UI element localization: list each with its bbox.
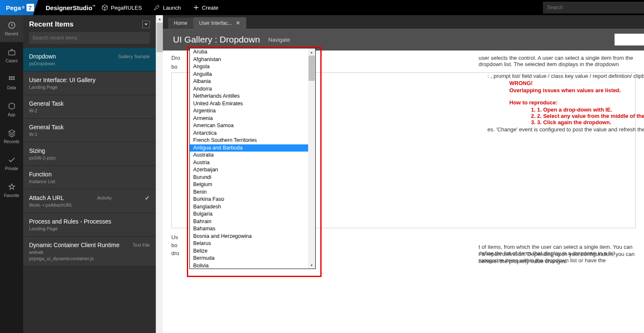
recent-item[interactable]: SizingpxSW-2-prpc bbox=[23, 142, 156, 166]
scroll-down-icon[interactable]: ▾ bbox=[308, 261, 315, 269]
dropdown-option[interactable]: Argentina bbox=[190, 107, 308, 115]
recent-item[interactable]: User Interface: UI GalleryLanding Page bbox=[23, 72, 156, 95]
dropdown-option[interactable]: Bosnia and Herzegowina bbox=[190, 233, 308, 240]
dropdown-option[interactable]: Albania bbox=[190, 78, 308, 85]
svg-rect-7 bbox=[13, 78, 14, 80]
dropdown-option[interactable]: Andorra bbox=[190, 85, 308, 93]
recent-item[interactable]: Attach A URLActivity✓Work- • pxAttachURL bbox=[23, 189, 156, 213]
dropdown-option[interactable]: Belarus bbox=[190, 240, 308, 248]
pegarules-menu[interactable]: PegaRULES bbox=[96, 4, 148, 11]
grid-icon bbox=[8, 75, 16, 83]
dropdown-option[interactable]: Australia bbox=[190, 152, 308, 159]
recent-item[interactable]: DropdownGallery SamplepxDropdown bbox=[23, 48, 156, 72]
dropdown-option[interactable]: Austria bbox=[190, 159, 308, 167]
topbar: Pega® 7 DesignerStudio™ PegaRULES Launch… bbox=[0, 0, 644, 15]
recent-item[interactable]: Dynamic Container Client RuntimeText Fil… bbox=[23, 237, 156, 266]
left-rail: Recent Cases Data App Records Private Fa… bbox=[0, 15, 23, 333]
dropdown-option[interactable]: Netherlands Antilles bbox=[190, 93, 308, 100]
check-icon bbox=[8, 156, 16, 164]
dropdown-option[interactable]: Burkina Faso bbox=[190, 196, 308, 203]
left-rail-favorite[interactable]: Favorite bbox=[0, 177, 23, 204]
dropdown-option[interactable]: Antarctica bbox=[190, 130, 308, 137]
launch-menu[interactable]: Launch bbox=[148, 4, 187, 11]
briefcase-icon bbox=[8, 48, 16, 56]
dropdown-option[interactable]: Antigua and Barbuda bbox=[190, 144, 308, 152]
blank-strip bbox=[615, 34, 644, 45]
country-dropdown-list[interactable]: ArubaAfghanistanAngolaAnguillaAlbaniaAnd… bbox=[189, 48, 316, 269]
dropdown-option[interactable]: Bermuda bbox=[190, 255, 308, 262]
box-icon bbox=[8, 102, 16, 110]
svg-rect-4 bbox=[13, 76, 14, 77]
recent-title: Recent Items bbox=[29, 20, 74, 29]
pega-logo[interactable]: Pega® 7 bbox=[0, 0, 38, 15]
dropdown-option[interactable]: Anguilla bbox=[190, 71, 308, 78]
desc-fragment: Dro bbox=[171, 55, 180, 61]
scroll-thumb[interactable] bbox=[309, 56, 315, 81]
recent-item[interactable]: General TaskW-2 bbox=[23, 95, 156, 119]
dropdown-option[interactable]: Belgium bbox=[190, 181, 308, 189]
dropdown-option[interactable]: Bahrain bbox=[190, 218, 308, 226]
scroll-up-icon[interactable]: ▴ bbox=[308, 48, 315, 56]
dropdown-option[interactable]: Bangladesh bbox=[190, 203, 308, 211]
tab-bar: Home User Interfac... ✕ bbox=[163, 15, 644, 29]
panel-scrollbar[interactable]: ▴ bbox=[156, 15, 163, 333]
chevron-down-icon bbox=[144, 22, 148, 27]
rocket-icon bbox=[154, 4, 160, 11]
page-title: UI Gallery : Dropdown bbox=[173, 35, 260, 45]
svg-rect-2 bbox=[9, 76, 10, 77]
source-line: : , prompt list/ field value / class key… bbox=[487, 73, 644, 79]
dropdown-option[interactable]: Benin bbox=[190, 189, 308, 196]
dropdown-option[interactable]: Angola bbox=[190, 63, 308, 71]
scroll-up-icon[interactable]: ▴ bbox=[156, 15, 163, 22]
create-menu[interactable]: Create bbox=[187, 4, 224, 11]
left-rail-data[interactable]: Data bbox=[0, 69, 23, 96]
cube-icon bbox=[101, 4, 108, 11]
svg-rect-6 bbox=[11, 78, 12, 80]
tab-home[interactable]: Home bbox=[168, 18, 193, 29]
svg-rect-5 bbox=[9, 78, 10, 80]
scroll-thumb[interactable] bbox=[157, 23, 163, 52]
tab-user-interface[interactable]: User Interfac... ✕ bbox=[193, 17, 246, 29]
global-search[interactable] bbox=[543, 2, 644, 13]
recent-item[interactable]: General TaskW-1 bbox=[23, 119, 156, 142]
dropdown-option[interactable]: Burundi bbox=[190, 174, 308, 181]
change-line: es. 'Change' event is configured to post… bbox=[487, 126, 644, 133]
svg-rect-1 bbox=[8, 51, 15, 55]
dropdown-option[interactable]: Afghanistan bbox=[190, 56, 308, 64]
left-rail-app[interactable]: App bbox=[0, 96, 23, 123]
plus-icon bbox=[193, 4, 200, 11]
recent-item[interactable]: FunctionInstance List bbox=[23, 166, 156, 189]
search-input[interactable] bbox=[543, 2, 644, 13]
navigate-button[interactable]: Navigate bbox=[269, 37, 290, 43]
dropdown-option[interactable]: Azerbaijan bbox=[190, 166, 308, 174]
left-rail-cases[interactable]: Cases bbox=[0, 42, 23, 69]
desc-fragment: bo bbox=[171, 64, 177, 70]
dropdown-option[interactable]: French Southern Territories bbox=[190, 137, 308, 144]
recent-item[interactable]: Process and Rules - ProcessesLanding Pag… bbox=[23, 213, 156, 237]
usage-right3: henever the property value changes. bbox=[479, 258, 567, 264]
svg-rect-3 bbox=[11, 76, 12, 77]
left-rail-private[interactable]: Private bbox=[0, 150, 23, 177]
dropdown-option[interactable]: Belize bbox=[190, 248, 308, 255]
layers-icon bbox=[8, 129, 16, 137]
page-title-bar: UI Gallery : Dropdown Navigate bbox=[163, 29, 644, 51]
recent-expand-toggle[interactable] bbox=[142, 21, 150, 28]
dropdown-option[interactable]: Armenia bbox=[190, 115, 308, 123]
star-icon bbox=[8, 183, 16, 191]
wrong-annotation: WRONG! Overlapping issues when values ar… bbox=[487, 80, 644, 125]
desc-right: user selects the control. A user can sel… bbox=[479, 55, 644, 67]
dropdown-scrollbar[interactable]: ▴ ▾ bbox=[308, 48, 315, 269]
dropdown-option[interactable]: Bahamas bbox=[190, 225, 308, 233]
dropdown-option[interactable]: United Arab Emirates bbox=[190, 100, 308, 108]
close-icon[interactable]: ✕ bbox=[236, 20, 240, 26]
dropdown-option[interactable]: Aruba bbox=[190, 48, 308, 56]
recent-search-input[interactable] bbox=[29, 32, 150, 44]
designer-studio[interactable]: DesignerStudio™ bbox=[46, 4, 96, 11]
dropdown-option[interactable]: Bolivia bbox=[190, 262, 308, 269]
dropdown-option[interactable]: Bulgaria bbox=[190, 210, 308, 218]
left-rail-records[interactable]: Records bbox=[0, 123, 23, 150]
dropdown-option[interactable]: American Samoa bbox=[190, 122, 308, 130]
clock-icon bbox=[8, 21, 16, 29]
recent-panel: Recent Items DropdownGallery SamplepxDro… bbox=[23, 15, 156, 333]
left-rail-recent[interactable]: Recent bbox=[0, 15, 23, 42]
